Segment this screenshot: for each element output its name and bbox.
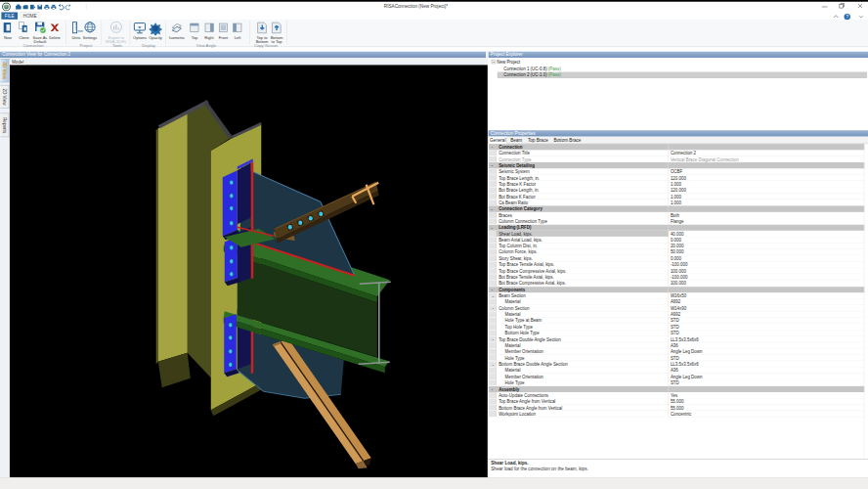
svg-text:?: ? — [846, 15, 848, 20]
